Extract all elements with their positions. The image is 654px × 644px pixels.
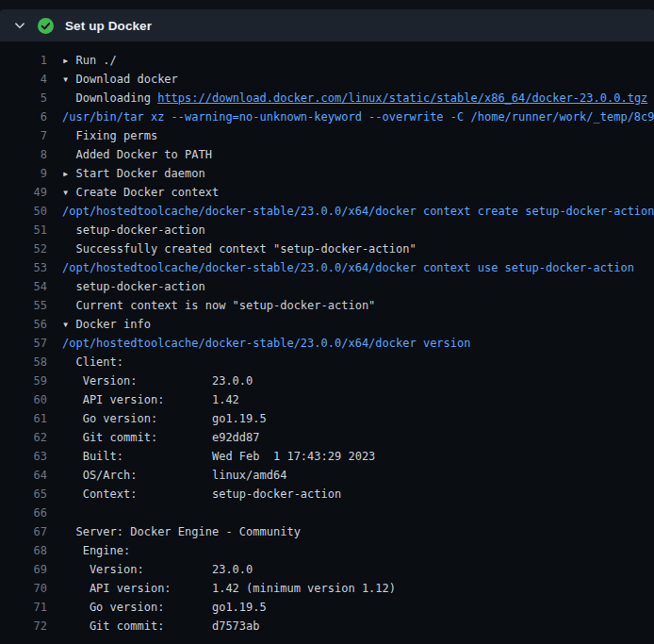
line-number[interactable]: 60 <box>0 390 47 409</box>
line-number[interactable]: 6 <box>0 107 47 126</box>
line-number[interactable]: 69 <box>0 560 47 579</box>
log-line[interactable]: 67 Server: Docker Engine - Community <box>0 522 654 541</box>
log-line[interactable]: 70 API version: 1.42 (minimum version 1.… <box>0 579 654 598</box>
line-number[interactable]: 5 <box>0 89 47 107</box>
line-text: Added Docker to PATH <box>62 145 212 164</box>
log-line[interactable]: 50/opt/hostedtoolcache/docker-stable/23.… <box>0 202 654 221</box>
line-number[interactable]: 65 <box>0 485 47 504</box>
line-number[interactable]: 70 <box>0 579 47 598</box>
line-text: Git commit: d7573ab <box>62 617 260 636</box>
line-text: /opt/hostedtoolcache/docker-stable/23.0.… <box>62 202 654 221</box>
chevron-down-icon[interactable] <box>13 19 26 32</box>
line-number[interactable]: 50 <box>0 202 47 221</box>
log-lines: 1▸ Run ./4▾ Download docker5 Downloading… <box>0 41 654 644</box>
line-number[interactable]: 72 <box>0 617 47 636</box>
log-plain-text: Download docker <box>75 73 177 86</box>
group-collapsed-icon[interactable]: ▸ <box>62 54 75 67</box>
line-number[interactable]: 71 <box>0 598 47 617</box>
log-line[interactable]: 68 Engine: <box>0 541 654 560</box>
line-number[interactable]: 67 <box>0 522 47 541</box>
line-text: Context: setup-docker-action <box>62 485 341 504</box>
line-number[interactable]: 62 <box>0 428 47 447</box>
log-line[interactable]: 72 Git commit: d7573ab <box>0 617 654 636</box>
line-number[interactable]: 4 <box>0 70 47 89</box>
line-number[interactable]: 8 <box>0 145 47 164</box>
log-line[interactable]: 54 setup-docker-action <box>0 277 654 296</box>
log-line[interactable]: 58 Client: <box>0 353 654 372</box>
log-command-text: /opt/hostedtoolcache/docker-stable/23.0.… <box>62 337 470 350</box>
log-line[interactable]: 64 OS/Arch: linux/amd64 <box>0 466 654 485</box>
line-number[interactable]: 57 <box>0 334 47 353</box>
line-text: Git commit: e92dd87 <box>62 428 260 447</box>
log-line[interactable]: 59 Version: 23.0.0 <box>0 372 654 390</box>
log-line[interactable]: 69 Version: 23.0.0 <box>0 560 654 579</box>
log-line[interactable]: 8 Added Docker to PATH <box>0 145 654 164</box>
line-number[interactable]: 58 <box>0 353 47 372</box>
group-collapsed-icon[interactable]: ▸ <box>62 167 75 180</box>
line-number[interactable]: 9 <box>0 164 47 183</box>
group-expanded-icon[interactable]: ▾ <box>62 73 75 86</box>
log-plain-text: setup-docker-action <box>62 280 205 293</box>
line-text: /usr/bin/tar xz --warning=no-unknown-key… <box>62 107 654 126</box>
log-line[interactable]: 65 Context: setup-docker-action <box>0 485 654 504</box>
log-group-header-line[interactable]: 9▸ Start Docker daemon <box>0 164 654 183</box>
log-line[interactable]: 51 setup-docker-action <box>0 221 654 239</box>
line-number[interactable]: 54 <box>0 277 47 296</box>
line-number[interactable]: 52 <box>0 239 47 258</box>
line-text: ▸ Start Docker daemon <box>62 164 205 183</box>
log-line[interactable]: 61 Go version: go1.19.5 <box>0 409 654 428</box>
log-line[interactable]: 53/opt/hostedtoolcache/docker-stable/23.… <box>0 258 654 277</box>
line-text: ▸ Run ./ <box>62 51 117 70</box>
line-number[interactable]: 64 <box>0 466 47 485</box>
log-line[interactable]: 6/usr/bin/tar xz --warning=no-unknown-ke… <box>0 107 654 126</box>
line-text: Version: 23.0.0 <box>62 372 253 390</box>
line-number[interactable]: 59 <box>0 372 47 390</box>
line-number[interactable]: 1 <box>0 51 47 70</box>
group-expanded-icon[interactable]: ▾ <box>62 318 75 331</box>
line-number[interactable]: 49 <box>0 183 47 202</box>
line-text: /opt/hostedtoolcache/docker-stable/23.0.… <box>62 334 470 353</box>
log-line[interactable]: 55 Current context is now "setup-docker-… <box>0 296 654 315</box>
log-plain-text: Downloading <box>62 91 157 105</box>
line-number[interactable]: 55 <box>0 296 47 315</box>
line-text: setup-docker-action <box>62 221 205 239</box>
line-number[interactable]: 61 <box>0 409 47 428</box>
group-expanded-icon[interactable]: ▾ <box>62 186 75 199</box>
line-text: Server: Docker Engine - Community <box>62 522 301 541</box>
log-line[interactable]: 60 API version: 1.42 <box>0 390 654 409</box>
line-number[interactable]: 7 <box>0 126 47 145</box>
line-number[interactable]: 51 <box>0 221 47 239</box>
log-line[interactable]: 71 Go version: go1.19.5 <box>0 598 654 617</box>
log-plain-text: API version: 1.42 (minimum version 1.12) <box>62 582 396 595</box>
line-number[interactable]: 63 <box>0 447 47 466</box>
log-plain-text: Successfully created context "setup-dock… <box>62 242 417 256</box>
log-plain-text: OS/Arch: linux/amd64 <box>62 469 286 482</box>
line-text: Engine: <box>62 541 130 560</box>
log-line[interactable]: 5 Downloading https://download.docker.co… <box>0 89 654 107</box>
log-line[interactable]: 52 Successfully created context "setup-d… <box>0 239 654 258</box>
line-text: Go version: go1.19.5 <box>62 598 267 617</box>
page-background-strip <box>0 0 654 9</box>
line-number[interactable]: 68 <box>0 541 47 560</box>
log-group-header-line[interactable]: 1▸ Run ./ <box>0 51 654 70</box>
log-line[interactable]: 57/opt/hostedtoolcache/docker-stable/23.… <box>0 334 654 353</box>
log-line[interactable]: 62 Git commit: e92dd87 <box>0 428 654 447</box>
log-line[interactable]: 63 Built: Wed Feb 1 17:43:29 2023 <box>0 447 654 466</box>
log-group-header-line[interactable]: 56▾ Docker info <box>0 315 654 334</box>
log-plain-text: API version: 1.42 <box>62 393 239 406</box>
log-group-header-line[interactable]: 4▾ Download docker <box>0 70 654 89</box>
log-group-header-line[interactable]: 49▾ Create Docker context <box>0 183 654 202</box>
step-header[interactable]: Set up Docker <box>0 9 654 41</box>
line-text: /opt/hostedtoolcache/docker-stable/23.0.… <box>62 258 634 277</box>
log-plain-text: Current context is now "setup-docker-act… <box>62 299 375 312</box>
log-plain-text: Client: <box>62 355 123 369</box>
log-link[interactable]: https://download.docker.com/linux/static… <box>157 91 647 105</box>
line-number[interactable]: 56 <box>0 315 47 334</box>
log-command-text: /opt/hostedtoolcache/docker-stable/23.0.… <box>62 261 634 274</box>
log-line[interactable]: 66 <box>0 504 654 522</box>
line-number[interactable]: 53 <box>0 258 47 277</box>
log-line[interactable]: 7 Fixing perms <box>0 126 654 145</box>
log-plain-text: Go version: go1.19.5 <box>62 412 267 425</box>
line-number[interactable]: 66 <box>0 504 47 522</box>
log-plain-text: Version: 23.0.0 <box>62 563 253 576</box>
